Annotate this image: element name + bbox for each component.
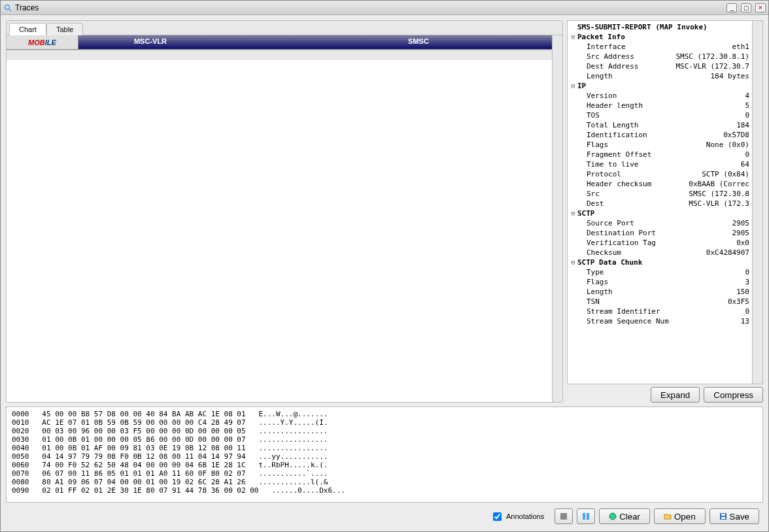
svg-rect-4	[587, 513, 589, 520]
tree-item[interactable]: Version4	[570, 91, 749, 101]
tree-item[interactable]: Interfaceeth1	[570, 42, 749, 52]
tree-item[interactable]: Header length5	[570, 101, 749, 110]
tab-table[interactable]: Table	[46, 23, 83, 35]
tree-item[interactable]: Checksum0xC4284907	[570, 248, 749, 258]
tree-item[interactable]: TOS0	[570, 110, 749, 120]
tree-item[interactable]: Total Length184	[570, 120, 749, 130]
window-title: Traces	[15, 3, 723, 12]
chart-vscroll[interactable]	[552, 35, 562, 402]
svg-rect-8	[721, 514, 725, 516]
tabstrip: Chart Table	[7, 21, 562, 35]
hex-dump[interactable]: 0000 45 00 00 B8 57 D8 00 00 40 84 BA AB…	[6, 407, 763, 503]
tree-item[interactable]: Time to live64	[570, 159, 749, 169]
tree-item[interactable]: Fragment Offset0	[570, 150, 749, 159]
traces-window: Traces ⎯ ▢ ✕ Chart Table MOBILE	[0, 0, 769, 532]
stop-button[interactable]	[555, 508, 573, 524]
lane-header-label: SMSC	[408, 37, 429, 45]
annotations-label: Annotations	[506, 512, 544, 520]
svg-rect-3	[583, 513, 585, 520]
titlebar[interactable]: Traces ⎯ ▢ ✕	[1, 1, 768, 15]
svg-point-0	[5, 5, 10, 9]
svg-rect-7	[721, 517, 725, 519]
globe-icon	[609, 512, 617, 520]
expand-button[interactable]: Expand	[651, 387, 700, 403]
compress-button[interactable]: Compress	[704, 387, 763, 403]
folder-icon	[664, 512, 672, 520]
details-pane: SMS-SUBMIT-REPORT (MAP Invoke)⊖Packet In…	[567, 20, 763, 403]
pause-button[interactable]	[577, 508, 595, 524]
lane-header-label: MSC-VLR	[134, 37, 167, 45]
svg-rect-2	[560, 513, 567, 520]
tree-item[interactable]: DestMSC-VLR (172.3	[570, 199, 749, 208]
tree-item[interactable]: Source Port2905	[570, 218, 749, 228]
tree-item[interactable]: Identification0x57D8	[570, 130, 749, 140]
tree-section[interactable]: ⊖Packet Info	[570, 32, 749, 42]
tree-item[interactable]: Flags3	[570, 277, 749, 287]
disk-icon	[719, 512, 727, 520]
open-button[interactable]: Open	[654, 508, 706, 524]
tree-section[interactable]: ⊖SCTP	[570, 208, 749, 218]
chart-hscroll[interactable]	[7, 50, 552, 60]
tree-section[interactable]: ⊖IP	[570, 81, 749, 91]
close-icon[interactable]: ✕	[755, 3, 766, 12]
tree-item[interactable]: Length184 bytes	[570, 71, 749, 81]
annotations-toggle[interactable]: Annotations	[490, 510, 544, 523]
tree-item[interactable]: TSN0x3F5	[570, 297, 749, 307]
tree-item[interactable]: Src AddressSMSC (172.30.8.1)	[570, 52, 749, 61]
tree-item[interactable]: Header checksum0xBAAB (Correc	[570, 179, 749, 189]
tree-section[interactable]: ⊖SCTP Data Chunk	[570, 258, 749, 267]
save-button[interactable]: Save	[709, 508, 759, 524]
svg-point-5	[609, 513, 616, 520]
tree-item[interactable]: Type0	[570, 267, 749, 277]
tree-item[interactable]: FlagsNone (0x0)	[570, 140, 749, 150]
tree-item[interactable]: Stream Identifier0	[570, 307, 749, 316]
upper-panes: Chart Table MOBILE MSC-VLRSMSC SMS-SUBMI…	[6, 20, 763, 403]
tree-vscroll[interactable]	[752, 21, 762, 384]
chart-header: MOBILE MSC-VLRSMSC	[7, 35, 552, 50]
packet-tree[interactable]: SMS-SUBMIT-REPORT (MAP Invoke)⊖Packet In…	[567, 20, 763, 384]
annotations-checkbox[interactable]	[493, 512, 502, 521]
footer-toolbar: Annotations Clear Open Save	[6, 507, 763, 526]
tab-chart[interactable]: Chart	[9, 23, 46, 35]
minimize-icon[interactable]: ⎯	[726, 3, 737, 12]
chart-logo: MOBILE	[7, 35, 78, 49]
tree-item[interactable]: Stream Sequence Num13	[570, 316, 749, 326]
tree-item[interactable]: Destination Port2905	[570, 228, 749, 238]
tree-item[interactable]: SrcSMSC (172.30.8	[570, 189, 749, 199]
svg-line-1	[9, 9, 11, 11]
search-icon	[3, 3, 12, 12]
chart-pane: Chart Table MOBILE MSC-VLRSMSC SMS-SUBMI…	[6, 20, 563, 403]
tree-item[interactable]: Dest AddressMSC-VLR (172.30.7	[570, 61, 749, 71]
tree-section[interactable]: SMS-SUBMIT-REPORT (MAP Invoke)	[570, 22, 749, 32]
maximize-icon[interactable]: ▢	[741, 3, 751, 12]
clear-button[interactable]: Clear	[599, 508, 650, 524]
content: Chart Table MOBILE MSC-VLRSMSC SMS-SUBMI…	[1, 15, 768, 531]
tree-item[interactable]: Verification Tag0x0	[570, 238, 749, 248]
tree-item[interactable]: ProtocolSCTP (0x84)	[570, 169, 749, 179]
tree-item[interactable]: Length150	[570, 287, 749, 297]
